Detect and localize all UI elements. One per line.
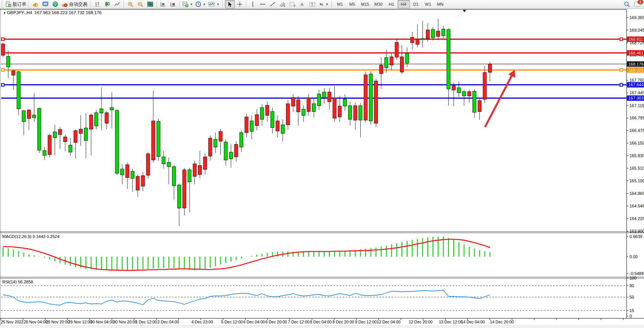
candle xyxy=(317,94,321,106)
candle xyxy=(219,132,222,141)
chart-canvas[interactable]: 169.365169.045168.725168.405167.760167.4… xyxy=(0,0,644,328)
fibonacci-tool[interactable]: E xyxy=(278,0,287,8)
line-left-handle[interactable] xyxy=(2,69,4,71)
new-order-button[interactable]: 新订单 xyxy=(4,0,27,8)
timeframe-button-mn[interactable]: MN xyxy=(434,0,446,8)
candle xyxy=(286,104,290,125)
price-tick-label: 166.795 xyxy=(630,116,644,120)
timeframe-button-m30[interactable]: M30 xyxy=(372,0,385,8)
date-label: 7 Dec 12:00 xyxy=(288,320,310,324)
candle xyxy=(172,167,176,186)
candle xyxy=(348,106,352,119)
timeframe-button-h1[interactable]: H1 xyxy=(385,0,398,8)
zoom-in-button[interactable] xyxy=(125,0,135,8)
line-right-handle[interactable] xyxy=(620,84,623,86)
date-label: 12 Dec 04:00 xyxy=(377,320,401,324)
rsi-tick-label: 0 xyxy=(630,314,632,318)
price-tick-label: 164.545 xyxy=(630,204,644,208)
arrows-dropdown[interactable]: ▼ xyxy=(317,0,330,8)
crosshair-tool-button[interactable] xyxy=(235,0,245,8)
new-chart-icon xyxy=(182,1,188,7)
candle xyxy=(100,109,103,113)
toolbar-grip[interactable] xyxy=(1,1,3,7)
terminal-button[interactable] xyxy=(40,0,50,8)
line-chart-button[interactable] xyxy=(112,0,122,8)
radar-icon xyxy=(52,1,58,7)
channel-icon: F xyxy=(289,1,296,7)
zoom-out-button[interactable] xyxy=(135,0,145,8)
toolbar-grip[interactable] xyxy=(331,1,333,7)
text-tool[interactable]: A xyxy=(297,0,307,8)
candle xyxy=(146,154,150,175)
candle xyxy=(167,162,170,167)
candle xyxy=(390,57,393,65)
trendline-tool[interactable] xyxy=(268,0,278,8)
candle xyxy=(74,131,77,143)
candle xyxy=(452,86,455,90)
fibonacci-icon: E xyxy=(279,1,286,7)
date-label: 13 Dec 12:00 xyxy=(439,320,463,324)
period-dropdown[interactable]: ▼ xyxy=(194,0,207,8)
line-chart-icon xyxy=(114,1,120,7)
candle xyxy=(478,101,481,112)
timeframe-button-w1[interactable]: W1 xyxy=(422,0,434,8)
auto-scroll-button[interactable] xyxy=(158,0,168,8)
candle xyxy=(255,115,259,126)
line-left-handle[interactable] xyxy=(2,84,4,86)
symbol-period: GBPJPY-,H4 xyxy=(7,10,32,15)
bar-chart-button[interactable] xyxy=(93,0,103,8)
timeframe-button-d1[interactable]: D1 xyxy=(410,0,422,8)
date-label: 9 Dec 12:00 xyxy=(355,320,377,324)
candle xyxy=(203,157,207,169)
price-tick-label: 164.225 xyxy=(630,216,644,221)
candle xyxy=(224,142,228,160)
indicators-dropdown[interactable]: ▼ xyxy=(207,0,221,8)
cursor-tool-button[interactable] xyxy=(225,0,235,8)
megaphone-button[interactable] xyxy=(31,0,40,8)
tile-windows-button[interactable] xyxy=(145,0,155,8)
separator xyxy=(156,1,157,8)
line-right-handle[interactable] xyxy=(620,38,623,40)
price-tick-label: 164.865 xyxy=(630,191,644,196)
candle xyxy=(353,106,357,120)
price-tag-label: 168.176 xyxy=(628,62,644,66)
candle xyxy=(323,92,326,98)
candle xyxy=(157,121,160,156)
timeframe-button-m1[interactable]: M1 xyxy=(334,0,346,8)
text-label-tool[interactable]: T xyxy=(307,0,317,8)
auto-trade-button[interactable]: 自动交易 xyxy=(60,0,88,8)
date-label: 29 Nov 12:00 xyxy=(68,320,92,324)
signals-button[interactable] xyxy=(50,0,60,8)
timeframe-button-h4[interactable]: H4 xyxy=(398,0,410,8)
candle xyxy=(265,105,269,116)
rsi-tick-label: 50 xyxy=(630,295,634,299)
candle xyxy=(239,133,243,147)
zoom-out-icon xyxy=(137,1,144,7)
vertical-line-tool[interactable] xyxy=(248,0,258,8)
auto-trade-icon xyxy=(61,2,68,7)
candle xyxy=(395,42,398,57)
chart-shift-button[interactable] xyxy=(168,0,178,8)
candle xyxy=(431,29,435,38)
candle xyxy=(209,138,212,156)
search-icon[interactable] xyxy=(624,1,630,8)
rsi-pane-label: RSI(14) 56.2858 xyxy=(2,280,33,284)
notifications-button[interactable]: 1 xyxy=(634,2,641,7)
date-label: 6 Dec 20:00 xyxy=(265,320,287,324)
toolbar-grip[interactable] xyxy=(222,1,224,7)
candle xyxy=(79,129,82,133)
channel-tool[interactable]: F xyxy=(287,0,297,8)
line-left-handle[interactable] xyxy=(2,38,4,40)
timeframe-button-m5[interactable]: M5 xyxy=(346,0,358,8)
symbol-dropdown-arrow[interactable]: ▼ xyxy=(3,11,7,15)
new-chart-dropdown[interactable]: ▼ xyxy=(181,0,194,8)
horizontal-line-tool[interactable] xyxy=(258,0,268,8)
timeframe-button-m15[interactable]: M15 xyxy=(358,0,372,8)
timeframe-label: H4 xyxy=(399,2,408,6)
line-right-handle[interactable] xyxy=(620,69,623,71)
candle xyxy=(48,135,51,154)
toolbar-grip[interactable] xyxy=(90,1,92,7)
candlestick-chart-button[interactable] xyxy=(103,0,112,8)
candle xyxy=(131,171,134,178)
price-tick-label: 165.190 xyxy=(630,178,644,183)
